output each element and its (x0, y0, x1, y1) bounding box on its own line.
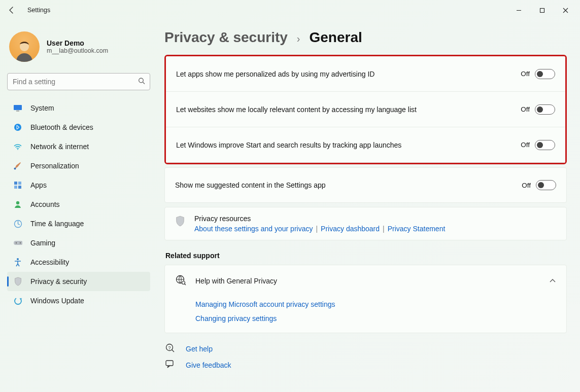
svg-point-20 (15, 298, 21, 304)
breadcrumb-parent[interactable]: Privacy & security (164, 29, 288, 46)
svg-point-3 (139, 78, 144, 83)
svg-point-22 (182, 281, 185, 284)
svg-point-19 (17, 258, 19, 260)
nav-item-system[interactable]: System (7, 98, 150, 118)
nav-label: Accessibility (30, 258, 69, 266)
privacy-resources-card: Privacy resources About these settings a… (164, 207, 567, 240)
resources-title: Privacy resources (194, 215, 445, 223)
give-feedback-label: Give feedback (186, 361, 231, 369)
nav-label: Privacy & security (30, 277, 87, 286)
gamepad-icon (13, 238, 22, 247)
link-privacy-dashboard[interactable]: Privacy dashboard (321, 225, 380, 233)
search-input[interactable] (7, 73, 150, 90)
svg-point-17 (16, 242, 17, 243)
accordion-title: Help with General Privacy (195, 277, 277, 285)
resources-links: About these settings and your privacy|Pr… (194, 225, 445, 233)
maximize-button[interactable] (530, 2, 554, 18)
get-help-label: Get help (186, 345, 213, 353)
search-icon[interactable] (138, 78, 145, 86)
accessibility-icon (13, 258, 22, 267)
nav-item-apps[interactable]: Apps (7, 175, 150, 195)
setting-suggested-content[interactable]: Show me suggested content in the Setting… (164, 167, 567, 203)
help-icon: ? (165, 343, 175, 354)
toggle-switch[interactable] (536, 180, 556, 190)
svg-line-4 (143, 82, 145, 84)
svg-point-18 (20, 242, 21, 243)
display-icon (13, 103, 22, 113)
nav-item-accounts[interactable]: Accounts (7, 195, 150, 214)
bluetooth-icon (13, 123, 22, 132)
svg-line-26 (172, 350, 175, 352)
get-help-link[interactable]: ? Get help (165, 343, 567, 354)
nav-label: Time & language (30, 220, 84, 228)
nav-item-accessibility[interactable]: Accessibility (7, 253, 150, 272)
link-changing-privacy-settings[interactable]: Changing privacy settings (195, 314, 556, 323)
nav-label: Bluetooth & devices (30, 123, 93, 131)
minimize-button[interactable] (507, 2, 530, 18)
nav-item-network[interactable]: Network & internet (7, 137, 150, 156)
close-button[interactable] (554, 2, 577, 18)
svg-rect-11 (18, 182, 21, 185)
nav-item-time-language[interactable]: Time & language (7, 214, 150, 233)
search-box (7, 73, 150, 90)
user-card[interactable]: User Demo m__lab@outlook.com (7, 29, 150, 71)
nav-label: System (30, 104, 54, 112)
svg-rect-27 (166, 361, 173, 366)
related-support-header: Related support (165, 252, 567, 260)
setting-advertising-id[interactable]: Let apps show me personalized ads by usi… (166, 56, 565, 92)
give-feedback-link[interactable]: Give feedback (165, 360, 567, 370)
svg-point-9 (14, 168, 16, 170)
sidebar: User Demo m__lab@outlook.com System Blue… (0, 20, 157, 392)
paintbrush-icon (13, 161, 22, 170)
nav-item-privacy-security[interactable]: Privacy & security (7, 272, 150, 291)
toggle-knob-icon (537, 106, 543, 113)
nav-label: Apps (30, 181, 47, 189)
wifi-icon (13, 142, 22, 151)
highlighted-settings-group: Let apps show me personalized ads by usi… (164, 55, 567, 164)
globe-search-icon (175, 274, 186, 287)
update-icon (13, 296, 22, 305)
link-privacy-statement[interactable]: Privacy Statement (388, 225, 446, 233)
link-manage-account-privacy[interactable]: Managing Microsoft account privacy setti… (195, 300, 556, 308)
breadcrumb: Privacy & security › General (164, 29, 567, 46)
arrow-left-icon (8, 6, 16, 14)
toggle-knob-icon (537, 71, 543, 77)
accordion-header[interactable]: Help with General Privacy (165, 265, 566, 296)
toggle-switch[interactable] (535, 140, 555, 150)
back-button[interactable] (3, 2, 20, 19)
person-icon (13, 200, 22, 209)
window-controls (507, 2, 577, 18)
chevron-up-icon (549, 277, 556, 285)
accordion-body: Managing Microsoft account privacy setti… (165, 296, 566, 333)
nav-label: Network & internet (30, 142, 89, 151)
nav-item-personalization[interactable]: Personalization (7, 156, 150, 175)
main-panel: Privacy & security › General Let apps sh… (157, 20, 580, 392)
help-general-privacy-accordion: Help with General Privacy Managing Micro… (164, 265, 567, 333)
toggle-switch[interactable] (535, 104, 555, 115)
toggle-state: Off (521, 105, 530, 113)
chevron-right-icon: › (297, 33, 300, 45)
setting-label: Let Windows improve Start and search res… (176, 141, 401, 149)
setting-app-launch-tracking[interactable]: Let Windows improve Start and search res… (166, 127, 565, 163)
footer-links: ? Get help Give feedback (164, 343, 567, 370)
close-icon (563, 8, 568, 13)
shield-icon (175, 216, 185, 227)
apps-icon (13, 181, 22, 190)
nav-item-windows-update[interactable]: Windows Update (7, 291, 150, 310)
toggle-knob-icon (537, 142, 543, 148)
nav-item-bluetooth[interactable]: Bluetooth & devices (7, 118, 150, 137)
nav-item-gaming[interactable]: Gaming (7, 233, 150, 253)
toggle-state: Off (521, 70, 530, 78)
feedback-icon (165, 360, 175, 370)
nav-label: Accounts (30, 200, 60, 208)
clock-globe-icon (13, 219, 22, 228)
setting-language-list[interactable]: Let websites show me locally relevant co… (166, 92, 565, 127)
title-bar: Settings (0, 0, 580, 20)
toggle-switch[interactable] (535, 69, 555, 79)
setting-label: Let apps show me personalized ads by usi… (176, 70, 374, 78)
svg-point-7 (14, 124, 21, 131)
user-name: User Demo (47, 39, 108, 47)
svg-line-23 (185, 284, 186, 285)
svg-point-14 (16, 201, 19, 204)
link-about-settings-privacy[interactable]: About these settings and your privacy (194, 225, 313, 233)
